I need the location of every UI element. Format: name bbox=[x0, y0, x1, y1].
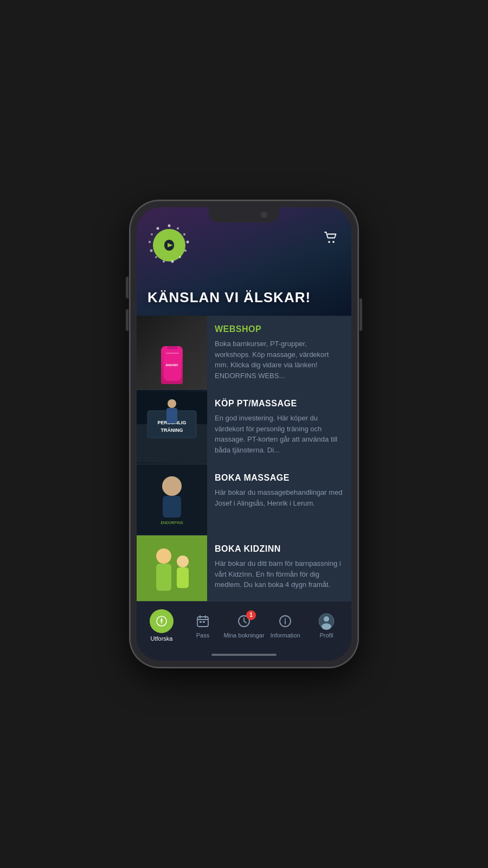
svg-point-8 bbox=[163, 260, 165, 263]
svg-point-25 bbox=[168, 399, 176, 408]
svg-text:ENDORFINS: ENDORFINS bbox=[160, 521, 183, 525]
home-indicator bbox=[137, 649, 351, 661]
svg-point-54 bbox=[322, 623, 331, 630]
bottle-decoration: ENDORFI bbox=[158, 342, 185, 385]
svg-point-5 bbox=[184, 250, 187, 252]
hero-section: KÄNSLAN VI ÄLSKAR! bbox=[137, 207, 351, 316]
avatar-icon bbox=[318, 612, 335, 630]
hero-title-area: KÄNSLAN VI ÄLSKAR! bbox=[147, 289, 341, 306]
nav-item-utforska[interactable]: Utforska bbox=[141, 609, 182, 642]
svg-point-1 bbox=[168, 225, 171, 227]
app-logo bbox=[147, 224, 191, 267]
card-kidzinn-image bbox=[137, 535, 207, 601]
card-kidzinn-title: BOKA KIDZINN bbox=[215, 544, 344, 554]
bottom-nav: Utforska Pass bbox=[137, 601, 351, 649]
card-massage[interactable]: ENDORFINS BOKA MASSAGE Här bokar du mass… bbox=[137, 464, 351, 535]
home-bar bbox=[211, 654, 277, 656]
svg-text:TRÄNING: TRÄNING bbox=[161, 427, 183, 433]
svg-point-15 bbox=[332, 241, 335, 243]
svg-point-12 bbox=[151, 233, 153, 235]
svg-point-14 bbox=[328, 241, 330, 243]
cart-icon bbox=[324, 231, 338, 245]
kidzinn-thumbnail bbox=[137, 535, 207, 601]
massage-scene: ENDORFINS bbox=[137, 464, 207, 535]
hero-headline: KÄNSLAN VI ÄLSKAR! bbox=[147, 289, 341, 306]
svg-rect-45 bbox=[203, 621, 205, 623]
nav-label-mina-bokningar: Mina bokningar bbox=[223, 632, 264, 639]
profil-icon-wrap bbox=[318, 612, 335, 630]
card-kidzinn[interactable]: BOKA KIDZINN Här bokar du ditt barn för … bbox=[137, 535, 351, 601]
logo-dots bbox=[147, 224, 191, 267]
svg-point-7 bbox=[171, 260, 174, 263]
svg-rect-35 bbox=[177, 567, 189, 588]
svg-point-50 bbox=[285, 618, 286, 619]
card-massage-content: BOKA MASSAGE Här bokar du massagebehandl… bbox=[207, 464, 351, 535]
compass-icon bbox=[156, 615, 168, 627]
phone-screen: KÄNSLAN VI ÄLSKAR! ENDORFI bbox=[137, 207, 351, 661]
svg-point-53 bbox=[324, 616, 329, 622]
svg-rect-18 bbox=[166, 353, 179, 354]
calendar-icon bbox=[196, 614, 210, 628]
mina-bokningar-icon-wrap: 1 bbox=[235, 612, 253, 630]
kidzinn-scene bbox=[137, 535, 207, 601]
cards-list: ENDORFI WEBSHOP Boka barnkurser, PT-grup… bbox=[137, 316, 351, 601]
cart-button[interactable] bbox=[321, 228, 341, 247]
svg-point-34 bbox=[177, 556, 189, 567]
card-webshop[interactable]: ENDORFI WEBSHOP Boka barnkurser, PT-grup… bbox=[137, 316, 351, 390]
svg-marker-38 bbox=[160, 617, 163, 621]
svg-line-48 bbox=[244, 621, 246, 623]
nav-item-information[interactable]: Information bbox=[265, 612, 306, 639]
svg-point-9 bbox=[155, 256, 157, 258]
nav-item-mina-bokningar[interactable]: 1 Mina bokningar bbox=[223, 612, 265, 639]
utforska-icon-wrap bbox=[150, 609, 174, 633]
nav-label-information: Information bbox=[270, 632, 300, 639]
card-webshop-title: WEBSHOP bbox=[215, 324, 344, 334]
card-massage-image: ENDORFINS bbox=[137, 464, 207, 535]
svg-point-4 bbox=[187, 241, 189, 244]
nav-label-pass: Pass bbox=[196, 632, 209, 639]
card-webshop-image: ENDORFI bbox=[137, 316, 207, 390]
card-massage-desc: Här bokar du massagebehandlingar med Jos… bbox=[215, 487, 344, 508]
svg-rect-16 bbox=[167, 346, 178, 349]
notch bbox=[209, 207, 279, 222]
svg-point-13 bbox=[157, 227, 159, 230]
svg-point-28 bbox=[162, 476, 182, 496]
card-massage-title: BOKA MASSAGE bbox=[215, 473, 344, 483]
nav-item-profil[interactable]: Profil bbox=[306, 612, 347, 639]
pass-icon-wrap bbox=[194, 612, 211, 630]
card-pt-desc: En god investering. Här köper du värdeko… bbox=[215, 413, 344, 455]
svg-text:ENDORFI: ENDORFI bbox=[166, 363, 178, 367]
power-button bbox=[359, 298, 362, 331]
phone-frame: KÄNSLAN VI ÄLSKAR! ENDORFI bbox=[130, 201, 358, 667]
svg-marker-39 bbox=[160, 621, 163, 625]
svg-rect-31 bbox=[137, 535, 207, 601]
card-pt-title: KÖP PT/MASSAGE bbox=[215, 399, 344, 409]
info-icon bbox=[278, 614, 292, 628]
card-pt-image: PERSONLIG TRÄNING bbox=[137, 390, 207, 464]
card-pt-massage[interactable]: PERSONLIG TRÄNING KÖP PT/MASSAGE En god … bbox=[137, 390, 351, 464]
card-kidzinn-desc: Här bokar du ditt barn för barnpassning … bbox=[215, 558, 344, 590]
svg-rect-44 bbox=[200, 621, 202, 623]
nav-item-pass[interactable]: Pass bbox=[182, 612, 223, 639]
massage-thumbnail: ENDORFINS bbox=[137, 464, 207, 535]
svg-point-3 bbox=[183, 233, 185, 235]
camera bbox=[261, 212, 267, 218]
svg-rect-29 bbox=[163, 496, 181, 518]
nav-label-utforska: Utforska bbox=[151, 635, 173, 642]
svg-rect-33 bbox=[156, 564, 171, 591]
scroll-area[interactable]: KÄNSLAN VI ÄLSKAR! ENDORFI bbox=[137, 207, 351, 601]
information-icon-wrap bbox=[277, 612, 294, 630]
card-webshop-desc: Boka barnkurser, PT-grupper, workshops. … bbox=[215, 339, 344, 381]
svg-point-32 bbox=[156, 548, 171, 564]
card-pt-content: KÖP PT/MASSAGE En god investering. Här k… bbox=[207, 390, 351, 464]
svg-point-6 bbox=[179, 256, 181, 258]
card-webshop-content: WEBSHOP Boka barnkurser, PT-grupper, wor… bbox=[207, 316, 351, 390]
pt-thumbnail: PERSONLIG TRÄNING bbox=[137, 390, 207, 464]
nav-label-profil: Profil bbox=[319, 632, 333, 639]
svg-point-11 bbox=[149, 241, 151, 243]
svg-rect-26 bbox=[166, 408, 177, 423]
svg-point-2 bbox=[177, 227, 179, 229]
pt-scene: PERSONLIG TRÄNING bbox=[137, 392, 207, 462]
mina-bokningar-badge: 1 bbox=[246, 610, 256, 620]
card-kidzinn-content: BOKA KIDZINN Här bokar du ditt barn för … bbox=[207, 535, 351, 601]
